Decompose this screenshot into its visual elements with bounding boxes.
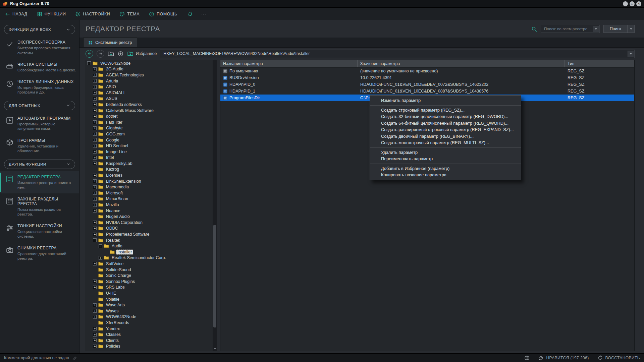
tree-node-nvidia-corporation[interactable]: +NVIDIA Corporation xyxy=(85,220,213,226)
context-menu-item-new-dword[interactable]: Создать 32-битный целочисленный параметр… xyxy=(370,113,521,120)
tree-node-realtek-semiconductor-corp[interactable]: +Realtek Semiconductor Corp. xyxy=(85,255,213,261)
address-input[interactable]: HKEY_LOCAL_MACHINE\SOFTWARE\WOW6432Node\… xyxy=(160,50,635,58)
tree-node-2c-audio[interactable]: +2C-Audio xyxy=(85,66,213,72)
expand-box-icon[interactable]: + xyxy=(93,286,97,289)
tree-node-mozilla[interactable]: +Mozilla xyxy=(85,202,213,208)
sidebar-group-2[interactable]: ДРУГИЕ ФУНКЦИИ xyxy=(4,160,75,169)
context-menu-item-new-binary[interactable]: Создать двоичный параметр (REG_BINARY)..… xyxy=(370,133,521,140)
tree-node-intel[interactable]: +Intel xyxy=(85,155,213,161)
search-options-button[interactable] xyxy=(628,25,635,33)
sidebar-item-express-check[interactable]: ЭКСПРЕСС-ПРОВЕРКАБыстрая проверка состоя… xyxy=(0,37,79,59)
tree-node-kazrog[interactable]: Kazrog xyxy=(85,167,213,173)
tree-scrollbar-thumb[interactable] xyxy=(213,225,216,327)
toolbar-functions[interactable]: ФУНКЦИИ xyxy=(37,11,66,17)
tree-node-odbc[interactable]: +ODBC xyxy=(85,226,213,232)
tree-node-asus[interactable]: +ASUS xyxy=(85,96,213,102)
tree-node-sonnox-plugins[interactable]: +Sonnox Plugins xyxy=(85,279,213,285)
expand-box-icon[interactable]: + xyxy=(93,303,97,307)
registry-value-row-busdrvversion[interactable]: BUSDrvVersion10.0.22621.4391REG_SZ xyxy=(220,74,634,81)
tree-node-kasperskylab[interactable]: +KasperskyLab xyxy=(85,161,213,167)
toolbar-help[interactable]: ?ПОМОЩЬ xyxy=(149,11,177,17)
folder-up-button[interactable] xyxy=(108,51,114,57)
context-menu-item-new-multi-sz[interactable]: Создать многострочный параметр (REG_MULT… xyxy=(370,139,521,146)
toolbar-settings[interactable]: НАСТРОЙКИ xyxy=(75,11,110,17)
expand-box-icon[interactable]: + xyxy=(93,150,97,154)
sidebar-item-programs[interactable]: ПРОГРАММЫУдаление, установка и обновлени… xyxy=(0,135,79,157)
column-header-type[interactable]: Тип xyxy=(565,60,634,67)
tree-node-sonic-charge[interactable]: Sonic Charge xyxy=(85,273,213,279)
expand-box-icon[interactable]: + xyxy=(93,327,97,330)
context-menu-item-copy-name[interactable]: Копировать название параметра xyxy=(370,172,521,178)
sidebar-item-important-keys[interactable]: ВАЖНЫЕ РАЗДЕЛЫ РЕЕСТРАПоказ важных разде… xyxy=(0,193,79,220)
edit-comment-icon[interactable] xyxy=(72,356,77,360)
expand-box-icon[interactable]: + xyxy=(93,179,97,183)
expand-box-icon[interactable]: + xyxy=(93,156,97,160)
sidebar-group-1[interactable]: ДЛЯ ОПЫТНЫХ xyxy=(4,101,75,110)
tree-node-arturia[interactable]: +Arturia xyxy=(85,78,213,84)
expand-box-icon[interactable]: + xyxy=(93,103,97,106)
tree-node-waves[interactable]: +Waves xyxy=(85,308,213,314)
expand-box-icon[interactable]: + xyxy=(93,120,97,124)
tree-node-policies[interactable]: +Policies xyxy=(85,344,213,350)
registry-value-row-item[interactable]: По умолчанию(значение по умолчанию не пр… xyxy=(220,68,634,74)
tree-node-clients[interactable]: +Clients xyxy=(85,338,213,344)
like-button[interactable]: НРАВИТСЯ (197 206) xyxy=(538,355,589,360)
restore-button[interactable]: ВОССТАНОВИТЬ xyxy=(598,355,640,360)
expand-box-icon[interactable]: + xyxy=(93,345,97,348)
tree-node-wave-arts[interactable]: +Wave Arts xyxy=(85,302,213,308)
search-scope-select[interactable]: Поиск: во всем реестре xyxy=(541,25,600,33)
tree-node-audio[interactable]: −Audio xyxy=(85,243,213,249)
column-header-name[interactable]: Название параметра xyxy=(220,60,358,67)
registry-value-row-hdapnpid-1[interactable]: HDAPnPID_1HDAUDIO\FUNC_01&VEN_10EC&DEV_0… xyxy=(220,88,634,95)
expand-box-icon[interactable]: + xyxy=(93,115,97,118)
tree-node-nugen-audio[interactable]: Nugen Audio xyxy=(85,214,213,220)
context-menu-item-add-to-favorites[interactable]: Добавить в Избранное (параметр) xyxy=(370,165,521,172)
collapse-box-icon[interactable]: − xyxy=(93,238,97,242)
context-menu-item-rename[interactable]: Переименовать параметр xyxy=(370,156,521,162)
tree-node-yandex[interactable]: +Yandex xyxy=(85,326,213,332)
tree-node-dotnet[interactable]: +dotnet xyxy=(85,113,213,119)
sidebar-item-registry-editor[interactable]: РЕДАКТОР РЕЕСТРАИзменение реестра и поис… xyxy=(0,171,79,193)
search-icon[interactable] xyxy=(531,26,537,32)
expand-box-icon[interactable]: + xyxy=(93,333,97,337)
favorites-button[interactable]: Избранное xyxy=(127,51,157,56)
tree-node-cakewalk-music-software[interactable]: +Cakewalk Music Software xyxy=(85,108,213,114)
close-button[interactable]: ✕ xyxy=(636,1,641,6)
expand-box-icon[interactable]: + xyxy=(93,209,97,213)
sidebar-item-system-cleanup[interactable]: ЧИСТКА СИСТЕМЫОсвобождение места на диск… xyxy=(0,59,79,76)
collapse-box-icon[interactable]: − xyxy=(99,244,102,248)
tree-scroll-down-button[interactable] xyxy=(213,346,217,351)
tree-node-macromedia[interactable]: +Macromedia xyxy=(85,184,213,190)
expand-box-icon[interactable]: + xyxy=(99,256,102,260)
search-button[interactable]: Поиск xyxy=(603,25,628,33)
expand-box-icon[interactable]: + xyxy=(93,174,97,177)
add-key-button[interactable] xyxy=(117,51,124,57)
tree-node-realtek[interactable]: −Realtek xyxy=(85,237,213,243)
expand-box-icon[interactable]: + xyxy=(93,132,97,136)
context-menu-item-delete[interactable]: Удалить параметр xyxy=(370,149,521,156)
tree-node-hd-sentinel[interactable]: +HD Sentinel xyxy=(85,143,213,149)
sidebar-item-fine-tuning[interactable]: ТОНКИЕ НАСТРОЙКИСпециальные настройки си… xyxy=(0,220,79,242)
search-scope-dropdown-button[interactable] xyxy=(593,26,599,32)
toolbar-theme[interactable]: ТЕМА xyxy=(119,11,140,17)
expand-box-icon[interactable]: + xyxy=(93,339,97,342)
context-menu-item-new-expand-sz[interactable]: Создать расширяемый строковый параметр (… xyxy=(370,126,521,133)
expand-box-icon[interactable]: + xyxy=(93,280,97,283)
toolbar-back[interactable]: НАЗАД xyxy=(5,11,28,17)
tree-node-bethesda-softworks[interactable]: +bethesda softworks xyxy=(85,102,213,108)
context-menu-item-edit[interactable]: Изменить параметр xyxy=(370,97,521,104)
tree-node-microsoft[interactable]: +Microsoft xyxy=(85,190,213,196)
tree-node-gog-com[interactable]: +GOG.com xyxy=(85,131,213,137)
expand-box-icon[interactable]: + xyxy=(93,79,97,83)
expand-box-icon[interactable]: + xyxy=(93,91,97,95)
toolbar-more[interactable] xyxy=(201,11,206,17)
tree-node-u-he[interactable]: U-HE xyxy=(85,290,213,296)
tree-node-asio[interactable]: +ASIO xyxy=(85,84,213,90)
sidebar-item-privacy-cleanup[interactable]: ЧИСТКА ЛИЧНЫХ ДАННЫХИстория браузеров, к… xyxy=(0,76,79,98)
minimize-button[interactable]: – xyxy=(623,1,628,6)
expand-box-icon[interactable]: + xyxy=(93,126,97,130)
tab-system-registry[interactable]: Системный реестр xyxy=(83,38,137,47)
expand-box-icon[interactable]: + xyxy=(93,309,97,313)
expand-box-icon[interactable]: + xyxy=(93,144,97,148)
expand-box-icon[interactable]: + xyxy=(93,162,97,165)
